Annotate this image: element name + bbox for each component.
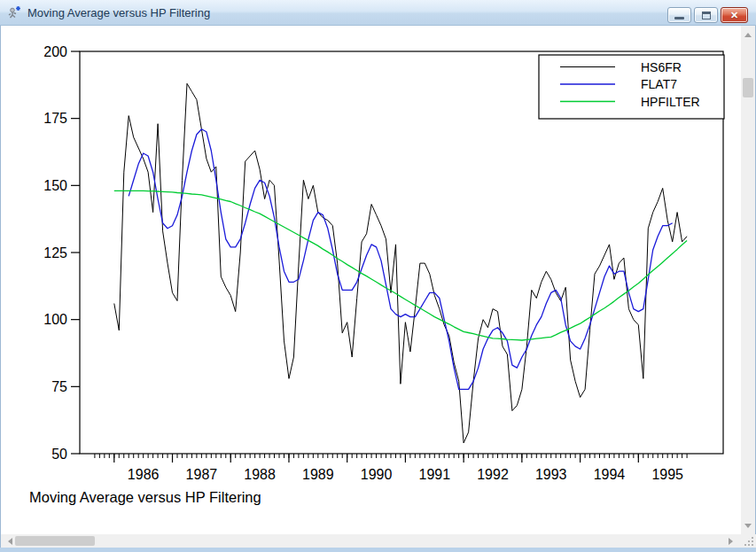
y-tick-label: 50 [51,447,67,462]
minimize-button[interactable] [667,7,691,23]
graph-canvas[interactable]: 5075100125150175200198619871988198919901… [1,26,741,534]
series-line-hpfilter [114,190,687,340]
series-line-hs6fr [114,83,687,443]
x-tick-label: 1986 [128,467,160,482]
x-tick-label: 1987 [186,467,218,482]
y-tick-label: 175 [43,111,67,126]
x-tick-label: 1992 [477,467,509,482]
minimize-icon [674,17,684,19]
x-tick-label: 1995 [651,467,683,482]
window-frame-bottom [0,548,756,552]
legend-box [539,55,724,119]
legend-label-flat7: FLAT7 [641,77,677,91]
scroll-down-button[interactable] [741,518,755,533]
close-icon: ✕ [730,11,738,20]
x-tick-label: 1990 [361,467,393,482]
down-arrow-icon [744,524,752,528]
vertical-scrollbar[interactable] [741,26,755,534]
chart-svg: 5075100125150175200198619871988198919901… [1,26,741,534]
x-tick-label: 1993 [535,467,567,482]
legend-label-hpfilter: HPFILTER [641,95,700,109]
grip-dots-icon [744,537,753,546]
y-tick-label: 125 [43,245,67,260]
x-tick-label: 1994 [594,467,626,482]
y-tick-label: 100 [43,312,67,327]
restore-icon [702,12,711,19]
x-tick-label: 1988 [244,467,276,482]
y-tick-label: 150 [43,178,67,193]
legend-label-hs6fr: HS6FR [641,60,682,74]
restore-button[interactable] [694,7,718,23]
chart-caption: Moving Average versus HP Filtering [29,489,261,505]
vertical-scroll-thumb[interactable] [743,78,753,97]
graph-window-icon [7,5,21,19]
up-arrow-icon [744,33,752,37]
y-tick-label: 75 [51,379,67,394]
horizontal-scroll-thumb[interactable] [15,536,95,546]
scroll-up-button[interactable] [741,27,755,42]
close-button[interactable]: ✕ [721,7,748,23]
graph-window: Moving Average versus HP Filtering ✕ 507… [0,0,756,552]
y-tick-label: 200 [43,44,67,59]
scroll-right-button[interactable] [723,534,737,548]
resize-grip[interactable] [741,534,756,548]
x-tick-label: 1991 [418,467,450,482]
titlebar[interactable]: Moving Average versus HP Filtering ✕ [0,0,756,26]
window-title: Moving Average versus HP Filtering [27,6,210,19]
x-tick-label: 1989 [302,467,334,482]
left-arrow-icon [8,538,12,545]
horizontal-scrollbar[interactable] [1,534,741,548]
right-arrow-icon [729,538,733,545]
